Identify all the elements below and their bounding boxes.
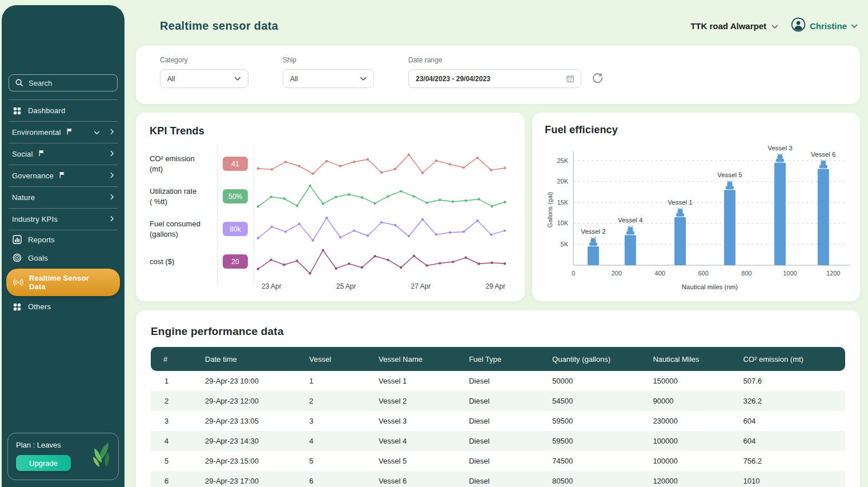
table-cell: 50000 [546, 371, 647, 391]
column-header: Vessel [304, 347, 373, 371]
sidebar-item-industry-kpis[interactable]: Industry KPIs [2, 209, 124, 230]
x-tick-label: 25 Apr [336, 282, 356, 290]
sidebar-item-label: Realtime Sensor Data [29, 274, 107, 291]
table-cell: Diesel [463, 451, 546, 471]
table-cell: Vessel 3 [373, 411, 463, 431]
engine-performance-table: #Date timeVesselVessel NameFuel TypeQuan… [151, 347, 845, 487]
sidebar-item-goals[interactable]: Goals [2, 249, 124, 267]
table-header: #Date timeVesselVessel NameFuel TypeQuan… [151, 347, 845, 371]
dashboard-icon [12, 107, 22, 115]
table-cell: 90000 [647, 391, 737, 411]
chevron-right-icon [110, 171, 114, 180]
table-cell: 230000 [647, 411, 737, 431]
x-tick-label: 29 Apr [485, 282, 505, 290]
table-row: 529-Apr-23 15:005Vessel 5Diesel745001000… [151, 451, 845, 471]
kpi-sparkline [254, 213, 511, 245]
table-cell: 1 [304, 371, 373, 391]
sidebar-item-label: Environmental [12, 128, 61, 137]
date-range-input[interactable]: 23/04/2023 - 29/04/2023 [408, 69, 581, 88]
kpi-sparkline [254, 245, 511, 278]
plan-box: Plan : Leaves Upgrade [7, 433, 119, 480]
table-cell: 3 [151, 411, 199, 431]
upgrade-button[interactable]: Upgrade [16, 455, 71, 471]
svg-text:Nautical miles (nm): Nautical miles (nm) [682, 284, 738, 290]
table-cell: 29-Apr-23 14:30 [199, 431, 303, 451]
sidebar-item-governance[interactable]: Governance [2, 165, 124, 186]
sidebar-item-realtime-sensor-data[interactable]: Realtime Sensor Data [6, 269, 120, 296]
svg-text:800: 800 [741, 270, 752, 277]
svg-text:1200: 1200 [826, 270, 840, 277]
column-header: Date time [199, 347, 303, 371]
ship-label: Ship [283, 56, 374, 64]
column-header: Fuel Type [463, 347, 546, 371]
table-cell: 6 [151, 471, 199, 487]
divider [217, 145, 218, 285]
column-header: Vessel Name [373, 347, 463, 371]
user-dropdown[interactable]: Christine [791, 17, 858, 34]
table-cell: 507.6 [737, 371, 845, 391]
table-cell: 29-Apr-23 13:05 [199, 411, 303, 431]
x-tick-label: 23 Apr [262, 282, 282, 290]
table-cell: 54500 [546, 391, 647, 411]
search-box [9, 74, 118, 91]
divider [254, 145, 254, 285]
sidebar-item-social[interactable]: Social [2, 143, 124, 165]
chevron-right-icon [110, 150, 114, 158]
kpi-badge: 50% [223, 189, 248, 203]
chevron-down-icon [94, 128, 100, 137]
sidebar-item-label: Goals [28, 254, 48, 262]
kpi-sparkline [254, 180, 511, 213]
table-cell: Diesel [463, 431, 546, 451]
svg-text:Vessel 2: Vessel 2 [581, 228, 605, 235]
svg-text:1000: 1000 [783, 270, 797, 277]
chevron-right-icon [110, 215, 114, 223]
sidebar-item-label: Governance [12, 171, 54, 180]
table-row: 629-Apr-23 17:006Vessel 6Diesel805001200… [151, 471, 845, 487]
table-cell: 120000 [647, 471, 737, 487]
svg-text:Gallons (gal): Gallons (gal) [546, 192, 553, 227]
kpi-badge: 20 [223, 254, 248, 269]
category-value: All [167, 75, 175, 83]
avatar-icon [791, 17, 806, 34]
kpi-series-label: cost ($) [150, 245, 217, 278]
location-dropdown[interactable]: TTK road Alwarpet [690, 21, 778, 31]
fuel-efficiency-card: Fuel efficiency 5K10K15K20K25K0200400600… [532, 113, 860, 301]
sidebar-item-environmental[interactable]: Environmental [2, 122, 124, 143]
table-cell: 1 [151, 371, 199, 391]
sidebar-nav: DashboardEnvironmentalSocialGovernanceNa… [2, 99, 124, 316]
sidebar-item-reports[interactable]: Reports [2, 230, 124, 249]
kpi-series-label: CO² emission(mt) [150, 147, 217, 180]
flag-icon [39, 150, 45, 158]
goals-icon [12, 253, 22, 262]
ship-select[interactable]: All [283, 69, 374, 88]
others-icon [12, 303, 22, 311]
refresh-button[interactable] [592, 72, 604, 86]
table-cell: 4 [304, 431, 373, 451]
table-cell: Diesel [463, 471, 546, 487]
svg-text:15K: 15K [557, 199, 568, 206]
table-cell: 59500 [546, 411, 647, 431]
engine-performance-title: Engine performance data [151, 325, 845, 338]
kpi-x-axis: 23 Apr25 Apr27 Apr29 Apr [254, 278, 511, 290]
table-cell: 29-Apr-23 10:00 [199, 371, 303, 391]
user-name: Christine [810, 21, 847, 31]
table-cell: 4 [151, 431, 199, 451]
table-cell: 326.2 [737, 391, 845, 411]
sidebar-item-others[interactable]: Others [2, 298, 124, 316]
table-cell: Vessel 2 [373, 391, 463, 411]
chevron-down-icon [771, 21, 778, 31]
search-icon [15, 78, 23, 89]
table-row: 429-Apr-23 14:304Vessel 4Diesel595001000… [151, 431, 845, 451]
category-select[interactable]: All [160, 69, 248, 88]
calendar-icon [566, 75, 574, 82]
search-input[interactable] [9, 74, 118, 91]
date-range-value: 23/04/2023 - 29/04/2023 [416, 75, 491, 83]
sidebar-item-nature[interactable]: Nature [2, 187, 124, 208]
table-cell: 29-Apr-23 15:00 [199, 451, 303, 471]
table-cell: 29-Apr-23 17:00 [199, 471, 303, 487]
svg-text:600: 600 [698, 270, 708, 277]
table-cell: Diesel [463, 411, 546, 431]
engine-performance-card: Engine performance data #Date timeVessel… [136, 310, 860, 487]
flag-icon [59, 171, 66, 180]
sidebar-item-dashboard[interactable]: Dashboard [2, 100, 124, 121]
